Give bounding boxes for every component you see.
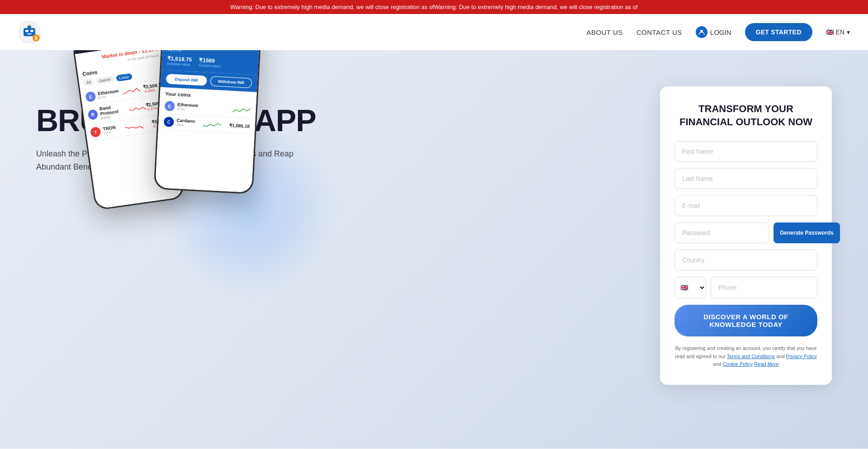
tron-sparkline — [124, 121, 143, 132]
warning-banner: Warning: Due to extremely high media dem… — [0, 0, 868, 14]
right-eth-icon: E — [165, 101, 175, 111]
tab-all[interactable]: All — [83, 79, 94, 86]
band-info: Band Protocol BAND — [99, 102, 130, 120]
tron-left: T TRON TRX — [90, 124, 117, 138]
band-icon: B — [87, 109, 98, 120]
tab-gainer[interactable]: Gainer — [96, 76, 114, 84]
hero-section: BRUA EVEX AI APP Unleash the Potential o… — [0, 50, 868, 449]
first-name-input[interactable] — [675, 141, 817, 162]
disclaimer-and2: and — [713, 361, 721, 367]
terms-link[interactable]: Terms and Conditions — [727, 354, 775, 359]
sub-val-2-label: Current value — [199, 63, 221, 69]
svg-rect-2 — [25, 30, 28, 32]
svg-rect-1 — [24, 28, 35, 36]
phone-input[interactable] — [711, 277, 817, 298]
eth-info: Ethereum ETH — [98, 88, 119, 100]
nav-links: ABOUT US CONTACT US LOGIN GET STARTED 🇬🇧… — [586, 23, 850, 41]
right-eth-info: Ethereum ETH — [177, 102, 198, 112]
navbar: ₿ ABOUT US CONTACT US LOGIN GET STARTED … — [0, 14, 868, 50]
svg-rect-4 — [27, 33, 32, 34]
country-code-select[interactable]: 🇬🇧 🇺🇸 🇮🇳 — [675, 277, 706, 298]
login-icon — [696, 26, 708, 38]
logo-icon: ₿ — [18, 21, 41, 43]
phone-right-screen: 9:41 📶🔋 Portfolio ₹2,509.75 +9.17% ₹1,61… — [155, 50, 261, 193]
logo: ₿ — [18, 21, 41, 43]
phone-right-mockup: 9:41 📶🔋 Portfolio ₹2,509.75 +9.17% ₹1,61… — [154, 50, 263, 194]
get-started-button[interactable]: GET STARTED — [745, 23, 812, 41]
chevron-down-icon: ▾ — [847, 28, 850, 36]
right-ada-sparkline — [203, 119, 222, 129]
disclaimer-and1: and — [776, 354, 784, 359]
phone-row: 🇬🇧 🇺🇸 🇮🇳 — [675, 277, 817, 298]
right-eth-sparkline — [232, 105, 251, 115]
svg-point-6 — [28, 24, 30, 26]
hero-left: BRUA EVEX AI APP Unleash the Potential o… — [36, 77, 660, 192]
cookie-link[interactable]: Cookie Policy — [723, 361, 753, 367]
right-ada-icon: C — [164, 117, 174, 127]
band-left: B Band Protocol BAND — [87, 102, 130, 122]
deposit-button[interactable]: Deposit INR — [166, 74, 207, 86]
password-input[interactable] — [675, 222, 769, 243]
form-title-line1: TRANSFORM YOUR — [698, 103, 793, 114]
discover-button[interactable]: DISCOVER A WORLD OF KNOWLEDGE TODAY — [675, 305, 817, 336]
svg-rect-3 — [30, 30, 33, 32]
form-title: TRANSFORM YOUR FINANCIAL OUTLOOK NOW — [675, 103, 817, 128]
generate-password-button[interactable]: Generate Passwords — [774, 222, 840, 243]
eth-sparkline — [122, 85, 141, 97]
nav-contact[interactable]: CONTACT US — [637, 28, 682, 36]
form-disclaimer: By registering and creating an account, … — [675, 345, 817, 369]
portfolio-sub-values: ₹1,618.75 Invested value ₹1589 Current v… — [167, 55, 253, 70]
right-ada-price: ₹1,085.18 — [229, 123, 250, 128]
login-label: LOGIN — [710, 28, 731, 36]
sub-val-1: ₹1,618.75 Invested value — [167, 55, 192, 67]
lang-label: EN — [836, 28, 844, 36]
coin-left: E Ethereum ETH — [85, 88, 119, 102]
country-input[interactable] — [675, 250, 817, 270]
right-ada-left: C Cardano ADA — [164, 117, 195, 128]
form-title-line2: FINANCIAL OUTLOOK NOW — [679, 116, 812, 128]
sub-val-1-label: Invested value — [167, 61, 192, 67]
nav-about[interactable]: ABOUT US — [586, 28, 623, 36]
right-ada-info: Cardano ADA — [176, 118, 195, 128]
withdraw-button[interactable]: Withdrew INR — [210, 76, 252, 88]
right-eth-left: E Ethereum ETH — [165, 101, 198, 113]
privacy-link[interactable]: Privacy Policy — [786, 354, 817, 359]
read-more-link[interactable]: Read More — [754, 361, 778, 367]
tab-loser[interactable]: Loser — [116, 73, 132, 82]
phones-container: 9:41 📶🔋 Market is down - 11.17% In the p… — [81, 50, 258, 192]
eth-icon: E — [85, 91, 96, 102]
password-row: Generate Passwords — [675, 222, 817, 243]
nav-login[interactable]: LOGIN — [696, 26, 731, 38]
registration-form: TRANSFORM YOUR FINANCIAL OUTLOOK NOW Gen… — [660, 86, 832, 385]
email-input[interactable] — [675, 195, 817, 216]
sub-val-2: ₹1589 Current value — [199, 57, 221, 68]
tron-info: TRON TRX — [103, 125, 117, 136]
warning-text: Warning: Due to extremely high media dem… — [231, 4, 638, 10]
tron-icon: T — [90, 127, 101, 138]
flag-icon: 🇬🇧 — [826, 28, 834, 36]
band-sparkline — [128, 103, 146, 114]
last-name-input[interactable] — [675, 168, 817, 189]
lang-selector[interactable]: 🇬🇧 EN ▾ — [826, 28, 850, 36]
